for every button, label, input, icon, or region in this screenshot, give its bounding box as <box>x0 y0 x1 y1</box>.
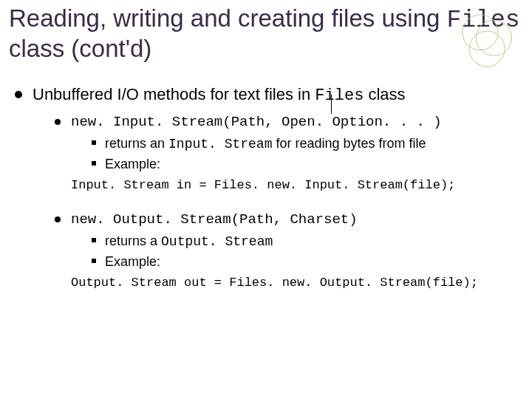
main-bullet-text: Unbuffered I/O methods for text files in <box>33 85 315 103</box>
slide: Reading, writing and creating files usin… <box>0 0 532 399</box>
svg-point-1 <box>476 20 511 55</box>
method2-ret-code: Output. Stream <box>161 234 273 249</box>
slide-title: Reading, writing and creating files usin… <box>9 4 525 63</box>
sub-list-2: new. Output. Stream(Path, Charset) retur… <box>33 211 520 270</box>
method1-returns: returns an Input. Stream for reading byt… <box>92 134 520 153</box>
method1-ret-code: Input. Stream <box>168 137 272 151</box>
method2-details: returns a Output. Stream Example: <box>71 232 520 270</box>
method1-signature: new. Input. Stream(Path, Open. Option. .… <box>71 114 442 130</box>
method2-example-label: Example: <box>92 253 520 270</box>
method1-code: Input. Stream in = Files. new. Input. St… <box>71 177 520 194</box>
main-bullet-tail: class <box>364 85 405 103</box>
body-list: Unbuffered I/O methods for text files in… <box>9 83 525 292</box>
title-text-1: Reading, writing and creating files usin… <box>9 4 447 32</box>
method1-ret-post: for reading bytes from file <box>272 136 426 151</box>
main-bullet: Unbuffered I/O methods for text files in… <box>13 83 520 292</box>
method2-code: Output. Stream out = Files. new. Output.… <box>71 275 520 292</box>
method2-ret-pre: returns a <box>105 233 161 248</box>
method2-signature: new. Output. Stream(Path, Charset) <box>71 211 358 228</box>
method2-returns: returns a Output. Stream <box>92 232 520 250</box>
main-bullet-code: Files <box>315 86 364 105</box>
title-text-2: class (cont'd) <box>9 35 151 62</box>
corner-decoration <box>461 13 516 68</box>
method2-item: new. Output. Stream(Path, Charset) retur… <box>55 211 520 270</box>
method1-example-label: Example: <box>92 155 520 173</box>
sub-list-1: new. Input. Stream(Path, Open. Option. .… <box>33 113 520 173</box>
method1-item: new. Input. Stream(Path, Open. Option. .… <box>55 113 520 173</box>
method1-details: returns an Input. Stream for reading byt… <box>71 134 520 173</box>
method1-ret-pre: returns an <box>105 136 168 151</box>
